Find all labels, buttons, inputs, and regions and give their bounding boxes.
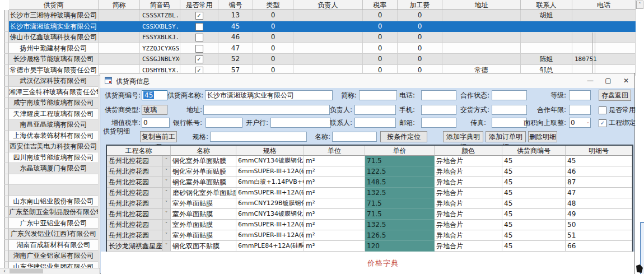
detail-cell[interactable]: 6mm白玻+1.14PVB+6mm... — [236, 177, 304, 188]
grid-cell[interactable]: FSSYXBLKJ... — [140, 32, 180, 43]
grid-cell[interactable] — [442, 32, 521, 43]
detail-cell[interactable]: 45 — [502, 241, 566, 252]
horizontal-scrollbar[interactable]: ‹ — [0, 268, 102, 274]
common-checkbox-cell[interactable]: ✓ — [180, 10, 218, 21]
vat_rate-field[interactable]: 0 — [142, 118, 170, 128]
detail-column-header[interactable]: 供货商编号 — [502, 146, 566, 156]
grid-cell[interactable]: 45 — [218, 21, 253, 32]
chevron-down-icon[interactable]: ˅ — [162, 241, 170, 251]
detail-column-header[interactable]: 明细号 — [566, 146, 632, 156]
row-selector[interactable] — [4, 174, 9, 185]
close-icon[interactable]: ✕ — [618, 75, 634, 87]
row-selector[interactable] — [4, 97, 9, 109]
detail-column-header[interactable]: 单价 — [365, 146, 435, 156]
column-header[interactable]: 简称 — [99, 0, 140, 10]
supplier_name-field[interactable]: 长沙市潇湘玻璃实业有限公司 — [205, 90, 333, 100]
detail-cell[interactable]: 66 — [566, 241, 632, 252]
row-selector[interactable] — [4, 163, 9, 174]
checkbox-checked-icon[interactable]: ✓ — [599, 119, 606, 127]
detail-cell[interactable]: 岳州北控花园˅ — [107, 209, 171, 220]
unit-price-cell[interactable]: 126.5 — [365, 230, 435, 241]
maximize-icon[interactable]: ▢ — [600, 75, 617, 87]
unit-price-cell[interactable]: 71.5 — [365, 156, 435, 166]
detail-cell[interactable]: 6mmCNY134镀膜钢化 — [236, 209, 304, 220]
column-header[interactable]: 编号 — [218, 0, 253, 10]
supplier-name-cell[interactable] — [9, 174, 99, 185]
copy-current-project-button[interactable]: 复制当前工程 — [140, 131, 177, 142]
column-header[interactable]: 地址 — [442, 0, 521, 10]
row-selector[interactable] — [4, 131, 9, 141]
detail-column-header[interactable]: 单位 — [304, 146, 365, 156]
detail-cell[interactable]: m² — [304, 230, 365, 241]
detail-cell[interactable]: 6mmSUPER-III+12A(硅... — [236, 230, 304, 241]
grid-cell[interactable]: 长沙晟格节能玻璃有限公司 — [9, 54, 99, 65]
supplier-name-cell[interactable]: 山东南山铝业股份有限公司 — [9, 196, 99, 207]
detail-cell[interactable]: 46 — [566, 166, 632, 177]
grid-cell[interactable]: 0 — [398, 54, 442, 65]
grid-cell[interactable]: 47 — [218, 43, 253, 54]
add-dictionary-detail-button[interactable]: 添加字典明细 — [443, 131, 483, 142]
supplier-name-cell[interactable]: 广东兴发铝业(江西)有限公司 — [9, 229, 99, 240]
detail-cell[interactable]: 室外单面贴膜 — [171, 220, 236, 230]
grid-cell[interactable]: 0 — [398, 43, 442, 54]
email-field[interactable] — [421, 118, 456, 128]
row-selector[interactable] — [4, 218, 9, 229]
grid-cell[interactable]: 0 — [363, 54, 398, 65]
grid-cell[interactable]: 0 — [398, 10, 442, 21]
detail-cell[interactable]: 钢化室外单面贴膜 — [171, 166, 236, 177]
detail-cell[interactable]: 室外单面贴膜 — [171, 198, 236, 209]
grid-cell[interactable] — [572, 32, 636, 43]
detail-cell[interactable]: 45 — [502, 188, 566, 198]
detail-column-header[interactable]: 规格 — [236, 146, 304, 156]
detail-cell[interactable]: 45 — [502, 166, 566, 177]
unit-price-cell[interactable]: 122.5 — [365, 166, 435, 177]
grid-cell[interactable]: 0 — [363, 10, 398, 21]
scroll-left-icon[interactable]: ‹ — [0, 268, 9, 274]
grid-cell[interactable]: CSSGJNBLYXGS — [140, 54, 180, 65]
detail-cell[interactable]: 磨砂钢化室外单面贴膜 — [171, 188, 236, 198]
detail-cell[interactable]: 6mmPLE84+12A(硅酮胶... — [236, 241, 304, 252]
chevron-down-icon[interactable]: ˅ — [162, 198, 170, 208]
chevron-down-icon[interactable]: ˅ — [162, 220, 170, 230]
detail-cell[interactable]: 异地合片 — [435, 230, 502, 241]
column-header[interactable]: 联系人 — [521, 0, 572, 10]
supplier-name-cell[interactable]: 湘潭三金特种玻璃有限责任公司 — [9, 87, 99, 97]
grid-cell[interactable]: 13 — [218, 10, 253, 21]
coop_status-field[interactable] — [492, 90, 527, 100]
common-checkbox-cell[interactable] — [180, 32, 218, 43]
grid-cell[interactable]: 扬州中勤建材有限公司 — [9, 43, 99, 54]
detail-cell[interactable]: m² — [304, 177, 365, 188]
supplier-name-cell[interactable]: 广东坚朗五金制品股份有限公司 — [9, 207, 99, 218]
checkbox-unchecked-icon[interactable] — [599, 106, 606, 114]
grid-cell[interactable] — [442, 54, 521, 65]
column-header[interactable]: 税率 — [363, 0, 398, 10]
detail-cell[interactable]: 钢化室外单面贴膜 — [171, 156, 236, 166]
row-selector[interactable] — [4, 185, 9, 196]
grid-cell[interactable]: 长沙市潇湘玻璃实业有限公司 — [9, 21, 99, 32]
grid-cell[interactable]: 陈姐 — [521, 54, 572, 65]
scroll-up-button[interactable]: ˄ — [636, 1, 643, 9]
unit-price-cell[interactable]: 132.5 — [365, 188, 435, 198]
detail-cell[interactable]: m² — [304, 198, 365, 209]
row-selector[interactable] — [4, 76, 9, 87]
chevron-down-icon[interactable]: ˅ — [162, 230, 170, 240]
detail-column-header[interactable]: 名称 — [171, 146, 236, 156]
minimize-icon[interactable]: — — [582, 75, 599, 87]
grid-cell[interactable]: YZZQJCYXGS — [140, 43, 180, 54]
detail-cell[interactable]: 45 — [502, 220, 566, 230]
checkbox-checked-icon[interactable]: ✓ — [195, 55, 203, 63]
grid-cell[interactable] — [99, 10, 140, 21]
detail-cell[interactable]: 45 — [502, 198, 566, 209]
supplier-name-cell[interactable]: 湖南广亚全铝家居有限公司 — [9, 250, 99, 262]
column-header[interactable]: 电话 — [572, 0, 636, 10]
grid-cell[interactable] — [99, 54, 140, 65]
grid-cell[interactable]: 0 — [363, 43, 398, 54]
delivery-field[interactable] — [492, 105, 527, 115]
grid-cell[interactable]: 0 — [398, 32, 442, 43]
detail-cell[interactable]: 6mmSUPER-III+12A(硅... — [236, 220, 304, 230]
checkbox-unchecked-icon[interactable] — [195, 23, 203, 31]
row-selector[interactable] — [4, 250, 9, 262]
detail-cell[interactable]: 岳州北控花园˅ — [107, 230, 171, 241]
unit-price-cell[interactable]: 71.5 — [365, 198, 435, 209]
column-header[interactable]: 类型 — [253, 0, 293, 10]
